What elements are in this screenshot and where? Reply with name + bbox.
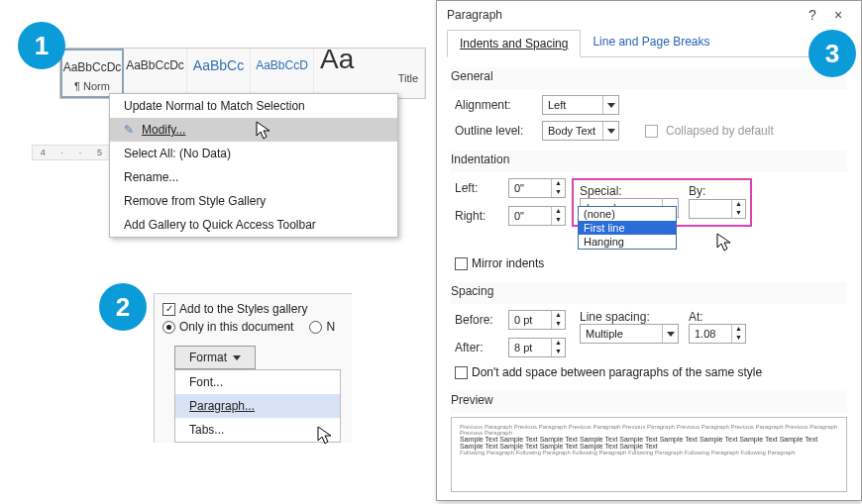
- format-menu-tabs[interactable]: Tabs...: [175, 418, 340, 442]
- ctx-modify[interactable]: ✎ Modify...: [110, 118, 397, 142]
- line-spacing-label: Line spacing:: [580, 310, 679, 324]
- style-label: Title: [320, 70, 424, 84]
- at-spin[interactable]: 1.08▲▼: [689, 324, 746, 344]
- add-to-gallery-checkbox[interactable]: ✓: [162, 303, 175, 316]
- only-this-doc-radio[interactable]: [162, 321, 175, 334]
- by-spin[interactable]: ▲▼: [689, 199, 746, 219]
- style-label: ¶ Norm: [62, 78, 122, 92]
- outline-label: Outline level:: [455, 124, 534, 138]
- special-highlight: Special: (none) (none) First line Hangin…: [572, 178, 752, 227]
- format-button[interactable]: Format: [174, 346, 256, 369]
- step-badge-3: 3: [808, 30, 856, 77]
- styles-gallery[interactable]: AaBbCcDc ¶ Norm AaBbCcDc AaBbCc AaBbCcD …: [59, 48, 426, 99]
- special-label: Special:: [580, 184, 679, 198]
- ruler: 4··5: [32, 145, 111, 160]
- special-option-hanging[interactable]: Hanging: [579, 235, 676, 249]
- format-menu-paragraph[interactable]: Paragraph...: [175, 394, 340, 418]
- dialog-title: Paragraph: [447, 8, 502, 22]
- style-swatch-nospacing[interactable]: AaBbCcDc: [124, 49, 187, 98]
- special-option-none[interactable]: (none): [579, 207, 676, 221]
- close-button[interactable]: ×: [825, 7, 851, 23]
- style-preview: AaBbCcD: [251, 54, 313, 76]
- indent-header: Indentation: [451, 151, 847, 172]
- preview-header: Preview: [451, 391, 847, 413]
- chevron-down-icon: [602, 122, 618, 140]
- indent-right-label: Right:: [455, 209, 508, 223]
- style-swatch-heading1[interactable]: AaBbCc: [187, 49, 251, 98]
- special-option-firstline[interactable]: First line: [579, 221, 676, 235]
- mirror-indents-label: Mirror indents: [472, 256, 544, 270]
- only-this-doc-label: Only in this document: [179, 320, 293, 334]
- style-context-menu: Update Normal to Match Selection ✎ Modif…: [109, 93, 398, 238]
- new-docs-label: N: [326, 320, 335, 334]
- tab-indents-spacing[interactable]: Indents and Spacing: [447, 30, 581, 57]
- at-label: At:: [689, 310, 746, 324]
- mirror-indents-checkbox[interactable]: [455, 257, 468, 270]
- before-label: Before:: [455, 313, 508, 327]
- ctx-update-normal[interactable]: Update Normal to Match Selection: [110, 94, 397, 118]
- indent-left-spin[interactable]: 0"▲▼: [508, 178, 566, 198]
- alignment-combo[interactable]: Left: [542, 95, 619, 115]
- style-preview: AaBbCc: [187, 54, 250, 76]
- by-label: By:: [689, 184, 746, 198]
- before-spin[interactable]: 0 pt▲▼: [508, 310, 566, 330]
- chevron-down-icon: [602, 96, 618, 114]
- format-menu-font[interactable]: Font...: [175, 370, 340, 394]
- step-badge-2: 2: [99, 283, 147, 331]
- chevron-down-icon: [233, 355, 241, 360]
- outline-combo[interactable]: Body Text: [542, 121, 619, 141]
- style-preview: AaBbCcDc: [124, 54, 186, 76]
- collapsed-checkbox: [645, 125, 658, 138]
- chevron-down-icon: [662, 325, 678, 343]
- ctx-rename[interactable]: Rename...: [110, 165, 397, 189]
- style-preview: AaBbCcDc: [62, 56, 122, 78]
- paragraph-dialog: Paragraph ? × Indents and Spacing Line a…: [436, 0, 862, 501]
- line-spacing-combo[interactable]: Multiple: [580, 324, 679, 344]
- collapsed-label: Collapsed by default: [666, 124, 774, 138]
- indent-left-label: Left:: [455, 181, 508, 195]
- dont-add-space-checkbox[interactable]: [455, 366, 468, 379]
- new-docs-radio[interactable]: [309, 321, 322, 334]
- style-preview: Aa: [320, 49, 424, 70]
- special-dropdown: (none) First line Hanging: [578, 206, 677, 250]
- style-swatch-normal[interactable]: AaBbCcDc ¶ Norm: [60, 49, 124, 98]
- after-label: After:: [455, 341, 508, 354]
- step-badge-1: 1: [18, 22, 65, 69]
- style-swatch-title[interactable]: Aa Title: [314, 49, 425, 98]
- ctx-label: Modify...: [142, 123, 185, 137]
- ctx-select-all[interactable]: Select All: (No Data): [110, 142, 397, 165]
- add-to-gallery-label: Add to the Styles gallery: [179, 302, 307, 316]
- format-menu: Font... Paragraph... Tabs...: [174, 369, 341, 443]
- preview-box: Previous Paragraph Previous Paragraph Pr…: [451, 417, 847, 492]
- general-header: General: [451, 67, 847, 89]
- tab-line-page-breaks[interactable]: Line and Page Breaks: [581, 29, 721, 56]
- indent-right-spin[interactable]: 0"▲▼: [508, 206, 566, 226]
- after-spin[interactable]: 8 pt▲▼: [508, 338, 566, 357]
- ctx-add-qat[interactable]: Add Gallery to Quick Access Toolbar: [110, 213, 397, 237]
- alignment-label: Alignment:: [455, 98, 534, 112]
- modify-style-snippet: ✓ Add to the Styles gallery Only in this…: [154, 293, 352, 443]
- modify-icon: ✎: [124, 123, 134, 137]
- help-button[interactable]: ?: [800, 7, 825, 23]
- spacing-header: Spacing: [451, 282, 847, 304]
- ctx-remove-gallery[interactable]: Remove from Style Gallery: [110, 189, 397, 213]
- dont-add-space-label: Don't add space between paragraphs of th…: [472, 365, 762, 379]
- style-swatch-heading2[interactable]: AaBbCcD: [251, 49, 314, 98]
